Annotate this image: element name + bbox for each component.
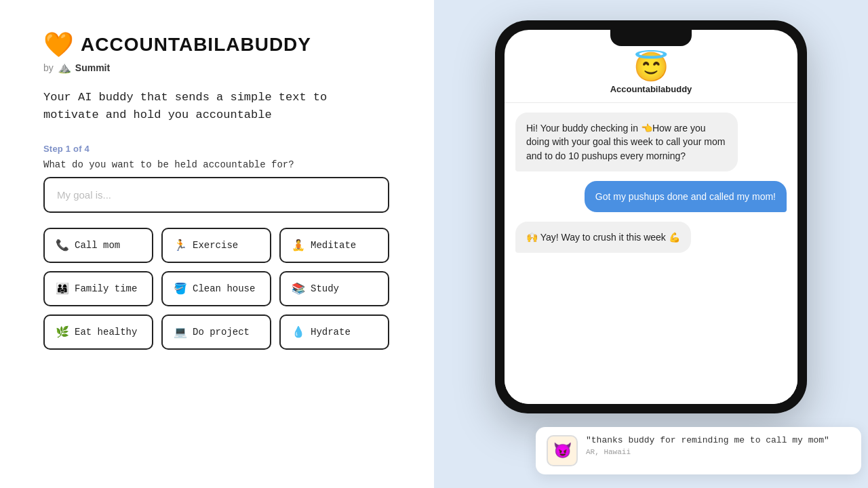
suggestion-emoji: 📞 (56, 239, 69, 252)
suggestion-button[interactable]: 🌿Eat healthy (43, 314, 153, 350)
goal-input[interactable] (43, 177, 389, 213)
received-bubble: Hi! Your buddy checking in 👈How are you … (515, 113, 738, 171)
sent-bubble: Got my pushups done and called my mom! (585, 181, 787, 212)
phone-inner: 😇 Accountabilabuddy Hi! Your buddy check… (505, 30, 797, 404)
suggestion-emoji: 🪣 (174, 282, 187, 296)
goal-question: What do you want to be held accountable … (43, 159, 391, 170)
suggestion-button[interactable]: 💻Do project (161, 314, 271, 350)
suggestion-button[interactable]: 📚Study (279, 271, 389, 306)
suggestion-label: Study (311, 283, 339, 294)
suggestion-button[interactable]: 🧘Meditate (279, 228, 389, 263)
logo-emoji: 🧡 (43, 33, 74, 57)
summit-name: Summit (75, 62, 110, 73)
suggestion-label: Meditate (311, 240, 356, 251)
suggestion-emoji: 🏃 (174, 239, 187, 252)
testimonial-content: "thanks buddy for reminding me to call m… (586, 435, 829, 456)
suggestion-emoji: 📚 (292, 282, 305, 296)
suggestion-emoji: 💻 (174, 325, 187, 339)
by-row: by ⛰️ Summit (43, 61, 391, 74)
app-title: ACCOUNTABILABUDDY (81, 34, 311, 56)
logo-row: 🧡 ACCOUNTABILABUDDY (43, 33, 391, 57)
testimonial-avatar: 😈 (547, 435, 578, 466)
suggestion-grid: 📞Call mom🏃Exercise🧘Meditate👨‍👩‍👧Family t… (43, 228, 389, 350)
suggestion-label: Do project (193, 327, 250, 338)
suggestion-emoji: 🌿 (56, 325, 69, 339)
left-panel: 🧡 ACCOUNTABILABUDDY by ⛰️ Summit Your AI… (0, 0, 434, 488)
buddy-name-label: Accountabilabuddy (610, 84, 692, 94)
step-label: Step 1 of 4 (43, 144, 391, 154)
received-bubble: 🙌 Yay! Way to crush it this week 💪 (515, 222, 691, 253)
phone-notch (610, 30, 692, 46)
suggestion-label: Family time (75, 283, 137, 294)
phone-header: 😇 Accountabilabuddy (505, 46, 797, 103)
right-panel: 😇 Accountabilabuddy Hi! Your buddy check… (434, 0, 868, 488)
suggestion-emoji: 🧘 (292, 239, 305, 252)
suggestion-label: Eat healthy (75, 327, 137, 338)
suggestion-button[interactable]: 🏃Exercise (161, 228, 271, 263)
tagline: Your AI buddy that sends a simple text t… (43, 89, 391, 125)
suggestion-button[interactable]: 🪣Clean house (161, 271, 271, 306)
testimonial-card: 😈 "thanks buddy for reminding me to call… (536, 427, 861, 474)
chat-area: Hi! Your buddy checking in 👈How are you … (505, 103, 797, 404)
suggestion-button[interactable]: 👨‍👩‍👧Family time (43, 271, 153, 306)
buddy-avatar-emoji: 😇 (633, 53, 669, 81)
suggestion-label: Call mom (75, 240, 120, 251)
testimonial-location: AR, Hawaii (586, 448, 829, 456)
suggestion-label: Exercise (193, 240, 238, 251)
phone-mockup: 😇 Accountabilabuddy Hi! Your buddy check… (495, 20, 807, 413)
suggestion-label: Clean house (193, 283, 255, 294)
suggestion-label: Hydrate (311, 327, 351, 338)
summit-icon: ⛰️ (58, 61, 71, 74)
suggestion-button[interactable]: 💧Hydrate (279, 314, 389, 350)
by-label: by (43, 62, 54, 73)
suggestion-button[interactable]: 📞Call mom (43, 228, 153, 263)
suggestion-emoji: 👨‍👩‍👧 (56, 282, 69, 296)
suggestion-emoji: 💧 (292, 325, 305, 339)
testimonial-text: "thanks buddy for reminding me to call m… (586, 435, 829, 445)
